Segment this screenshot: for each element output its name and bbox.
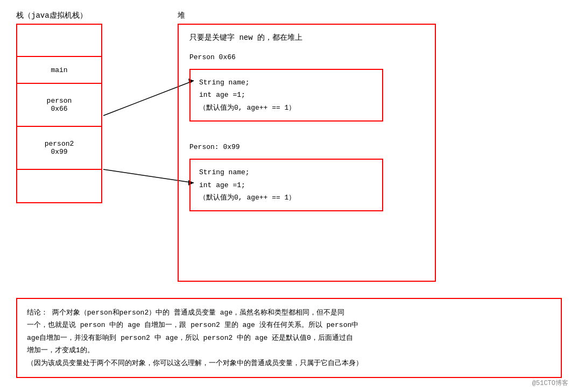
main-container: 栈（java虚拟机栈） main person 0x66 person2 0x9… — [0, 0, 578, 389]
stack-section: 栈（java虚拟机栈） main person 0x66 person2 0x9… — [16, 11, 113, 203]
heap-object1-label: Person 0x66 — [189, 53, 424, 61]
heap-section: 堆 只要是关键字 new 的，都在堆上 Person 0x66 String n… — [178, 11, 562, 282]
stack-bottom-empty — [17, 170, 101, 202]
stack-top-empty — [17, 25, 101, 57]
heap-obj2-line2: int age =1; — [199, 179, 373, 191]
heap-object2-label: Person: 0x99 — [189, 143, 424, 151]
heap-outer: 只要是关键字 new 的，都在堆上 Person 0x66 String nam… — [178, 24, 436, 282]
stack-label: 栈（java虚拟机栈） — [16, 11, 87, 20]
heap-label: 堆 — [178, 11, 185, 20]
heap-obj2-line1: String name; — [199, 166, 373, 179]
conclusion-box: 结论： 两个对象（person和person2）中的 普通成员变量 age，虽然… — [16, 298, 562, 378]
stack-person1-cell: person 0x66 — [17, 84, 101, 127]
heap-object1-box: String name; int age =1; （默认值为0, age++ =… — [189, 69, 383, 122]
stack-person2-cell: person2 0x99 — [17, 127, 101, 170]
diagram-area: 栈（java虚拟机栈） main person 0x66 person2 0x9… — [16, 11, 562, 282]
heap-obj1-line3: （默认值为0, age++ == 1） — [199, 102, 373, 114]
heap-obj1-line2: int age =1; — [199, 89, 373, 101]
heap-obj1-line1: String name; — [199, 76, 373, 89]
heap-tagline: 只要是关键字 new 的，都在堆上 — [189, 33, 424, 42]
stack-main-cell: main — [17, 57, 101, 84]
heap-object2-box: String name; int age =1; （默认值为0, age++ =… — [189, 159, 383, 211]
heap-obj2-line3: （默认值为0, age++ == 1） — [199, 191, 373, 204]
watermark: @51CTO博客 — [532, 379, 568, 388]
stack-outer: main person 0x66 person2 0x99 — [16, 24, 102, 203]
conclusion-text: 结论： 两个对象（person和person2）中的 普通成员变量 age，虽然… — [27, 307, 551, 369]
